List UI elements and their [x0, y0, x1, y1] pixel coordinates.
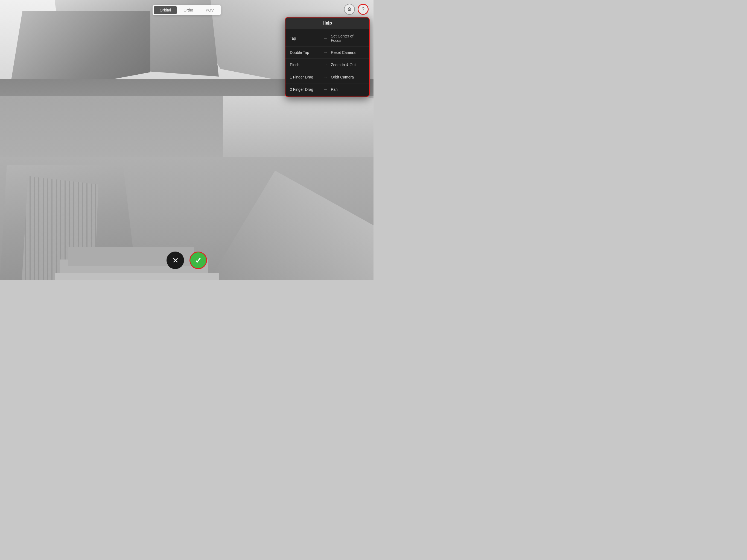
help-row: Pinch→Zoom In & Out	[285, 59, 369, 71]
help-action-label: Zoom In & Out	[331, 62, 356, 67]
help-action-label: Orbit Camera	[331, 75, 354, 79]
tab-pov[interactable]: POV	[200, 6, 220, 14]
help-panel: Help Tap→Set Center of FocusDouble Tap→R…	[285, 17, 370, 97]
help-gesture-label: 1 Finger Drag	[290, 75, 320, 79]
settings-button[interactable]: ⚙	[344, 4, 355, 15]
help-gesture-label: Double Tap	[290, 50, 320, 55]
help-gesture-label: 2 Finger Drag	[290, 87, 320, 92]
confirm-button[interactable]: ✓	[189, 252, 207, 269]
help-row: Double Tap→Reset Camera	[285, 47, 369, 59]
help-arrow-icon: →	[323, 36, 328, 41]
help-row: 1 Finger Drag→Orbit Camera	[285, 71, 369, 83]
help-action-label: Pan	[331, 87, 338, 92]
question-icon: ?	[362, 6, 364, 12]
gear-icon: ⚙	[347, 6, 352, 12]
help-action-label: Set Center of Focus	[331, 34, 365, 43]
cancel-icon: ✕	[172, 256, 179, 265]
help-panel-title: Help	[285, 18, 369, 29]
tab-orbital[interactable]: Orbital	[154, 6, 177, 14]
help-arrow-icon: →	[323, 50, 328, 55]
confirm-icon: ✓	[195, 256, 202, 265]
tab-ortho[interactable]: Ortho	[177, 6, 199, 14]
help-action-label: Reset Camera	[331, 50, 356, 55]
help-button[interactable]: ?	[358, 4, 368, 15]
help-row: Tap→Set Center of Focus	[285, 30, 369, 47]
help-rows: Tap→Set Center of FocusDouble Tap→Reset …	[285, 29, 369, 97]
help-arrow-icon: →	[323, 62, 328, 67]
cancel-button[interactable]: ✕	[166, 252, 184, 269]
help-gesture-label: Tap	[290, 36, 320, 41]
help-row: 2 Finger Drag→Pan	[285, 83, 369, 96]
view-mode-tabs: Orbital Ortho POV	[153, 5, 221, 15]
help-arrow-icon: →	[323, 75, 328, 80]
top-right-controls: ⚙ ?	[344, 4, 368, 15]
help-panel-arrow	[358, 17, 364, 18]
help-gesture-label: Pinch	[290, 62, 320, 67]
bottom-controls: ✕ ✓	[166, 252, 207, 269]
help-arrow-icon: →	[323, 87, 328, 92]
